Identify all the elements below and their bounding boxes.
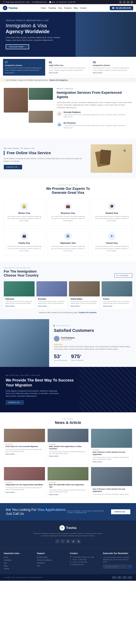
us-name: United States (70, 298, 98, 300)
visa-grid: 👷 Worker Visa Lorem ipsum dolor sit amet… (4, 198, 132, 256)
footer-payment-icons: V M P A (112, 576, 132, 579)
nav-home[interactable]: Home (41, 7, 46, 9)
indonesia-read-more[interactable]: READ MORE → (5, 305, 16, 307)
news-read-more-4[interactable]: READ MORE → (5, 492, 17, 493)
hero-image (75, 12, 136, 57)
australia-read-more[interactable]: READ MORE → (38, 305, 49, 307)
best-way-section: WE PROVIDE THE BEST SERVICE We Provide T… (0, 367, 136, 412)
phone-number: +62-202-555-0135 (115, 7, 131, 9)
email-info: ✉ info@travisa.com (32, 1, 47, 3)
linkedin-icon[interactable]: in (127, 1, 129, 4)
footer-link-pricing[interactable]: Pricing (4, 568, 33, 570)
presence-desc: Lorem ipsum dolor sit amet, consectetur … (64, 124, 132, 128)
twitter-icon[interactable]: t (123, 1, 126, 4)
visa-card-family: 👨‍👩‍👧 Family Visa Lorem ipsum dolor sit … (4, 228, 45, 256)
reviewer-title: Web Developer (61, 339, 75, 340)
best-way-bg (79, 367, 136, 412)
feature-read-more-1[interactable]: READ MORE → (5, 72, 16, 74)
feature-read-more-3[interactable]: READ MORE → (93, 72, 104, 74)
footer-twitter-icon[interactable]: t (61, 539, 65, 544)
stat-projects-num: 975+ (71, 354, 83, 360)
footer-support-privacy[interactable]: Privacy Policy (37, 556, 66, 558)
presence-icon: 🌍 (57, 122, 62, 127)
nav-blog[interactable]: Blog (74, 7, 78, 9)
news-card-4: 26 Jul 2021 Independent US Visa Opportun… (4, 467, 45, 497)
news-title-3: How To Ensure A Strict Hassle Free Visa … (93, 451, 131, 456)
about-image-2 (29, 88, 53, 100)
us-body: United States Lorem ipsum dolor sit amet… (69, 296, 100, 309)
free-visa-title: Free Online Visa Service (7, 151, 87, 155)
feature-title-2: Apply Online Visa (49, 64, 87, 66)
news-read-more-1[interactable]: READ MORE → (5, 453, 17, 455)
news-heading: News & Article (4, 420, 132, 425)
us-read-more[interactable]: READ MORE → (70, 305, 82, 307)
footer-col-support: Support Privacy Policy Terms & Condition… (37, 548, 66, 570)
about-feature-2: 🌍 Our Presence Lorem ipsum dolor sit ame… (57, 122, 132, 131)
newsletter-submit-button[interactable]: → (127, 565, 132, 568)
testimonial-text: Lorem ipsum dolor sit amet consectetur a… (54, 346, 131, 350)
france-read-more[interactable]: READ MORE → (103, 305, 114, 307)
footer-link-visa[interactable]: Visa (4, 562, 33, 564)
indonesia-body: Indonesia Lorem ipsum dolor sit amet, co… (4, 296, 35, 309)
feature-title-3: Immigrations Experts (93, 64, 131, 66)
best-way-heading: We Provide The Best Way To Success Your … (6, 378, 81, 388)
footer-facebook-icon[interactable]: f (55, 539, 60, 544)
news-read-more-3[interactable]: READ MORE → (93, 461, 104, 463)
us-desc: Lorem ipsum dolor sit amet, consectetur … (70, 300, 98, 304)
alert-link[interactable]: Explore All Categories. (49, 79, 68, 81)
top-bar-info: 📍 Timar Raya (Kharein) No.1, Ball ✉ info… (3, 1, 75, 3)
footer-logo-text: Travisa (66, 526, 76, 530)
best-way-description: Donec aliquam consequat sit amet interdu… (6, 390, 62, 398)
nav-traveling[interactable]: Traveling (48, 7, 56, 9)
nav-features[interactable]: Features (64, 7, 71, 9)
worker-visa-icon: 👷 (20, 202, 28, 210)
discover-more-button[interactable]: DISCOVER MORE → (6, 44, 29, 49)
footer-bottom: Copyright © 2021 Travisa By Argo Inc. Al… (0, 574, 136, 581)
nav-contact[interactable]: Contact (80, 7, 86, 9)
cta-section: Are You Looking For Visa Applications Ju… (0, 503, 136, 520)
footer-support-terms[interactable]: Terms & Conditions (37, 559, 66, 561)
footer-instagram-icon[interactable]: ig (76, 539, 81, 544)
free-visa-description: Donec aliquam consequat sit amet interdu… (4, 158, 87, 162)
feature-read-more-2[interactable]: READ MORE → (49, 72, 60, 74)
footer-youtube-icon[interactable]: yt (71, 539, 75, 544)
news-read-more-2[interactable]: READ MORE → (49, 455, 60, 457)
dest-card-australia: Australia Lorem ipsum dolor sit amet, co… (36, 281, 67, 309)
alert-bar: ⚡ Don't Hesitate, Contact Us for Better … (0, 78, 136, 82)
explore-countries-link[interactable]: Explore All Countries. (79, 312, 97, 314)
best-way-contact-button[interactable]: CONTACT US → (6, 400, 24, 405)
nav-visa[interactable]: Visa (58, 7, 62, 9)
news-date-1: 26 Jul 2021 (5, 444, 43, 445)
news-image-1 (4, 429, 45, 442)
france-name: France (103, 298, 131, 300)
newsletter-input[interactable] (103, 565, 126, 568)
all-countries-button[interactable]: ALL COUNTRIES → (114, 274, 133, 278)
youtube-icon[interactable]: yt (131, 1, 133, 4)
footer-link-blog[interactable]: Blog (4, 565, 33, 567)
france-image (102, 281, 133, 296)
feature-title-1: Immigrations Experts (5, 64, 43, 66)
free-visa-contact-button[interactable]: CONTACT US → (4, 165, 22, 169)
reviewer: Fred Rodriguez Web Developer (54, 336, 131, 342)
footer-support-disclaimer[interactable]: Disclaimer (37, 562, 66, 564)
footer-link-coaching[interactable]: Coaching (4, 559, 33, 561)
cta-contact-button[interactable]: CONTACT US → (111, 509, 130, 514)
footer-links-title: Important Links (4, 548, 33, 554)
about-label: ABOUT TRAVISA (57, 88, 132, 90)
footer-support-faq[interactable]: FAQ (37, 565, 66, 567)
news-body-1: 26 Jul 2021 Great Value For Your Austral… (4, 442, 45, 456)
nav-phone[interactable]: ☎ +62-202-555-0135 (110, 6, 133, 10)
footer-link-home[interactable]: Home (4, 556, 33, 558)
about-heading: Immigration Services From Experienced Ag… (57, 90, 132, 100)
news-title-2: Make Student Visa Applications In Other … (49, 446, 87, 450)
facebook-icon[interactable]: f (119, 1, 122, 4)
business-visa-icon: 💼 (64, 202, 72, 210)
dest-card-france: France Lorem ipsum dolor sit amet, conse… (102, 281, 133, 309)
payment-visa-icon: V (112, 576, 116, 579)
feature-badge-3: 05 (93, 61, 131, 64)
footer-linkedin-icon[interactable]: in (66, 539, 70, 544)
news-read-more-5[interactable]: READ MORE → (49, 494, 60, 496)
hero-heading: Immigration & Visa Agency Worldwide (6, 23, 74, 34)
top-bar: 📍 Timar Raya (Kharein) No.1, Ball ✉ info… (0, 0, 136, 4)
phone-icon: ☎ (112, 7, 114, 9)
